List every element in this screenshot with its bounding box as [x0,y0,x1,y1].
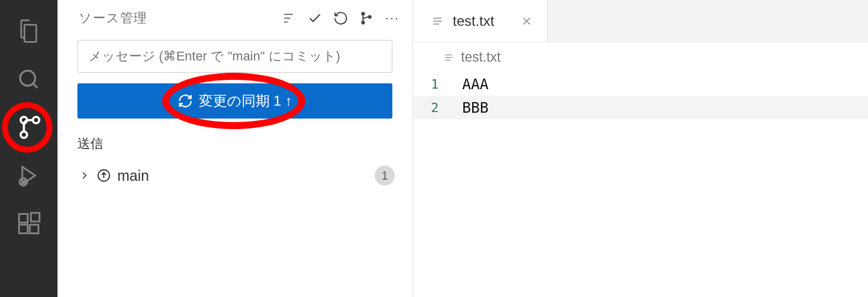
code-line: 2 BBB [413,96,868,119]
commit-checkmark-icon[interactable] [307,10,323,26]
source-control-icon[interactable] [0,107,57,148]
svg-rect-6 [19,225,28,234]
svg-point-10 [362,21,364,23]
breadcrumb-filename: test.txt [461,49,501,65]
outgoing-count-badge: 1 [375,166,395,185]
run-debug-icon[interactable] [0,155,57,196]
tab-test-txt[interactable]: test.txt [413,0,548,42]
code-line: 1 AAA [413,72,868,96]
sync-button-label: 変更の同期 1 ↑ [199,92,293,110]
svg-point-0 [20,70,35,86]
outgoing-branch-row[interactable]: main 1 [74,162,399,189]
line-number: 1 [413,77,462,92]
view-as-list-icon[interactable] [281,10,297,26]
svg-point-1 [33,117,39,123]
panel-actions: ··· [281,10,401,26]
activity-bar [0,0,57,297]
chevron-right-icon [79,170,90,181]
svg-point-9 [362,12,364,15]
explorer-icon[interactable] [0,11,57,52]
panel-title: ソース管理 [79,9,147,27]
editor-area: test.txt test.txt 1 AAA 2 BBB [413,0,868,297]
svg-rect-7 [30,225,39,234]
more-icon[interactable]: ··· [384,10,401,26]
tab-label: test.txt [453,13,494,29]
svg-rect-8 [31,213,40,222]
file-lines-icon [430,14,445,28]
push-arrow-icon [96,168,111,183]
line-number: 2 [413,100,462,115]
file-lines-icon [442,51,455,64]
tab-bar: test.txt [413,0,868,42]
extensions-icon[interactable] [0,203,57,244]
close-icon[interactable] [520,15,533,28]
branch-name: main [117,167,149,184]
code-text: AAA [462,76,489,93]
branch-graph-icon[interactable] [358,10,375,26]
search-icon[interactable] [0,59,57,100]
panel-header: ソース管理 ··· [57,0,412,35]
svg-point-3 [21,131,27,138]
outgoing-section-label: 送信 [77,135,392,153]
commit-message-input[interactable] [77,40,392,73]
code-editor[interactable]: 1 AAA 2 BBB [413,71,868,119]
sync-button-wrap: 変更の同期 1 ↑ [77,83,392,119]
sync-changes-button[interactable]: 変更の同期 1 ↑ [77,83,392,119]
refresh-icon[interactable] [333,10,349,26]
svg-rect-5 [19,214,28,223]
source-control-panel: ソース管理 ··· 変更の同期 1 ↑ 送信 main 1 [57,0,413,297]
code-text: BBB [462,99,489,116]
breadcrumb[interactable]: test.txt [413,42,868,71]
